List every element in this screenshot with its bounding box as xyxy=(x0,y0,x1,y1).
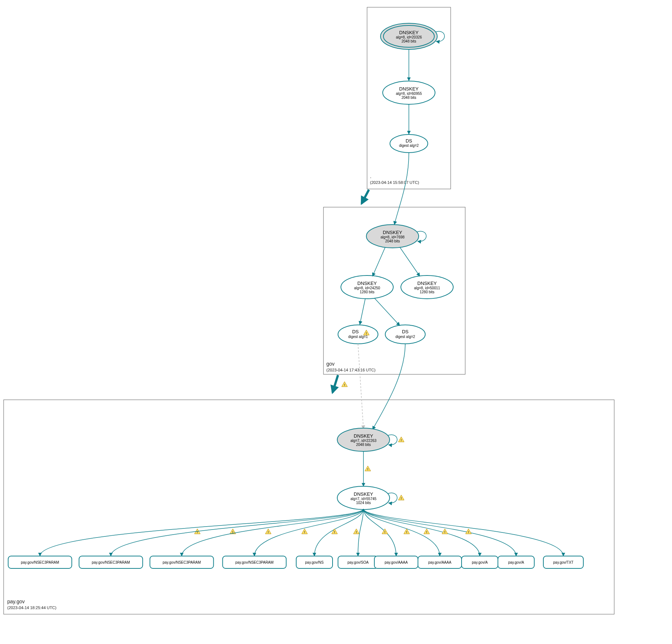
svg-text:DNSKEY: DNSKEY xyxy=(354,433,373,439)
warn-icon: ! xyxy=(424,529,430,534)
svg-text:!: ! xyxy=(268,530,269,534)
warn-icon: ! xyxy=(342,382,347,387)
node-pg-zsk: DNSKEY alg=7, id=55745 1024 bits xyxy=(337,486,390,510)
warn-icon: ! xyxy=(442,529,448,534)
svg-text:alg=8, id=24250: alg=8, id=24250 xyxy=(354,286,380,290)
svg-text:!: ! xyxy=(426,530,427,534)
svg-text:digest alg=2: digest alg=2 xyxy=(395,335,415,339)
node-root-ds: DS digest alg=2 xyxy=(390,134,428,153)
edge-govzsk1-ds1 xyxy=(360,299,365,325)
rr-label-7: pay.gov/AAAA xyxy=(428,560,451,564)
svg-text:!: ! xyxy=(385,530,386,534)
node-gov-ds2: DS digest alg=2 xyxy=(385,325,425,344)
svg-text:alg=8, id=20326: alg=8, id=20326 xyxy=(396,35,422,39)
zone-time-root: (2023-04-14 15:58:07 UTC) xyxy=(370,180,419,185)
edge-govksk-zsk2 xyxy=(400,247,420,276)
svg-text:alg=7, id=22263: alg=7, id=22263 xyxy=(350,439,377,443)
zone-label-gov: gov xyxy=(326,361,335,367)
edge-rootds-govksk xyxy=(394,153,409,225)
node-root-ksk: DNSKEY alg=8, id=20326 2048 bits xyxy=(381,23,437,49)
svg-text:DNSKEY: DNSKEY xyxy=(357,281,377,286)
edge-ds2-pgksk xyxy=(373,344,405,430)
svg-text:!: ! xyxy=(344,383,345,387)
svg-text:2048 bits: 2048 bits xyxy=(402,96,417,100)
svg-text:!: ! xyxy=(401,438,402,442)
edge-ds1-pgksk xyxy=(358,344,363,429)
svg-text:DNSKEY: DNSKEY xyxy=(354,491,373,497)
warn-icon: ! xyxy=(354,529,359,534)
warn-icon: ! xyxy=(302,529,307,534)
rr-label-8: pay.gov/A xyxy=(472,560,488,564)
warn-icon: ! xyxy=(265,529,271,534)
svg-text:1280 bits: 1280 bits xyxy=(420,290,435,294)
warn-icon: ! xyxy=(398,437,404,442)
svg-text:2048 bits: 2048 bits xyxy=(402,39,417,43)
svg-text:DNSKEY: DNSKEY xyxy=(399,30,419,35)
rr-label-4: pay.gov/NS xyxy=(305,560,324,564)
node-gov-zsk2: DNSKEY alg=8, id=50011 1280 bits xyxy=(401,275,453,299)
warn-icon: ! xyxy=(466,529,471,534)
svg-text:!: ! xyxy=(197,530,198,534)
dnssec-graph: . (2023-04-14 15:58:07 UTC) DNSKEY alg=8… xyxy=(0,0,672,644)
svg-text:digest alg=1: digest alg=1 xyxy=(348,335,368,339)
rr-label-5: pay.gov/SOA xyxy=(347,560,369,564)
svg-text:!: ! xyxy=(468,530,469,534)
node-pg-ksk: DNSKEY alg=7, id=22263 2048 bits xyxy=(337,428,390,451)
svg-text:DS: DS xyxy=(352,329,359,334)
zone-arrow-gov-paygov xyxy=(333,375,338,393)
svg-text:!: ! xyxy=(444,530,446,534)
rr-label-3: pay.gov/NSEC3PARAM xyxy=(235,560,273,564)
rr-label-1: pay.gov/NSEC3PARAM xyxy=(92,560,130,564)
svg-text:!: ! xyxy=(366,331,367,335)
svg-text:2048 bits: 2048 bits xyxy=(356,443,371,447)
zone-label-root: . xyxy=(370,173,371,179)
node-gov-ds1: DS digest alg=1 xyxy=(338,325,378,344)
zone-box-paygov xyxy=(4,400,614,614)
zone-time-gov: (2023-04-14 17:43:16 UTC) xyxy=(326,368,375,372)
zone-arrow-root-gov xyxy=(362,190,369,204)
node-gov-ksk: DNSKEY alg=8, id=7698 2048 bits xyxy=(366,225,419,248)
svg-text:!: ! xyxy=(334,530,335,534)
svg-text:!: ! xyxy=(406,530,407,534)
svg-text:!: ! xyxy=(401,496,402,500)
svg-text:alg=8, id=60955: alg=8, id=60955 xyxy=(396,92,422,96)
svg-text:!: ! xyxy=(367,467,369,471)
svg-text:!: ! xyxy=(356,530,357,534)
svg-text:DNSKEY: DNSKEY xyxy=(383,230,402,235)
svg-text:1280 bits: 1280 bits xyxy=(360,290,375,294)
warn-icon: ! xyxy=(365,466,371,471)
svg-text:DNSKEY: DNSKEY xyxy=(417,281,437,286)
svg-text:alg=8, id=7698: alg=8, id=7698 xyxy=(381,235,405,239)
svg-text:!: ! xyxy=(304,530,305,534)
svg-text:alg=8, id=50011: alg=8, id=50011 xyxy=(414,286,440,290)
svg-text:DNSKEY: DNSKEY xyxy=(399,86,419,92)
rr-label-6: pay.gov/AAAA xyxy=(385,560,408,564)
rr-label-10: pay.gov/TXT xyxy=(553,560,574,564)
svg-text:alg=7, id=55745: alg=7, id=55745 xyxy=(350,497,377,501)
rr-label-0: pay.gov/NSEC3PARAM xyxy=(21,560,59,564)
rr-label-2: pay.gov/NSEC3PARAM xyxy=(162,560,201,564)
edge-govzsk1-ds2 xyxy=(374,298,400,326)
edge-pgzsk-rr0 xyxy=(40,509,363,556)
svg-text:DS: DS xyxy=(402,329,409,334)
edge-pgzsk-rr10 xyxy=(363,509,563,556)
zone-label-paygov: pay.gov xyxy=(7,599,25,604)
edge-govksk-zsk1 xyxy=(373,247,385,276)
svg-text:digest alg=2: digest alg=2 xyxy=(399,144,419,148)
svg-text:DS: DS xyxy=(406,138,412,144)
node-root-zsk: DNSKEY alg=8, id=60955 2048 bits xyxy=(383,81,435,104)
rr-label-9: pay.gov/A xyxy=(508,560,524,564)
svg-text:2048 bits: 2048 bits xyxy=(385,239,400,243)
svg-point-24 xyxy=(338,325,378,344)
svg-point-29 xyxy=(385,325,425,344)
node-gov-zsk1: DNSKEY alg=8, id=24250 1280 bits xyxy=(341,275,393,299)
warn-icon: ! xyxy=(332,529,338,534)
warn-icon: ! xyxy=(398,495,404,500)
svg-text:1024 bits: 1024 bits xyxy=(356,501,371,505)
zone-time-paygov: (2023-04-14 18:25:44 UTC) xyxy=(7,605,56,610)
